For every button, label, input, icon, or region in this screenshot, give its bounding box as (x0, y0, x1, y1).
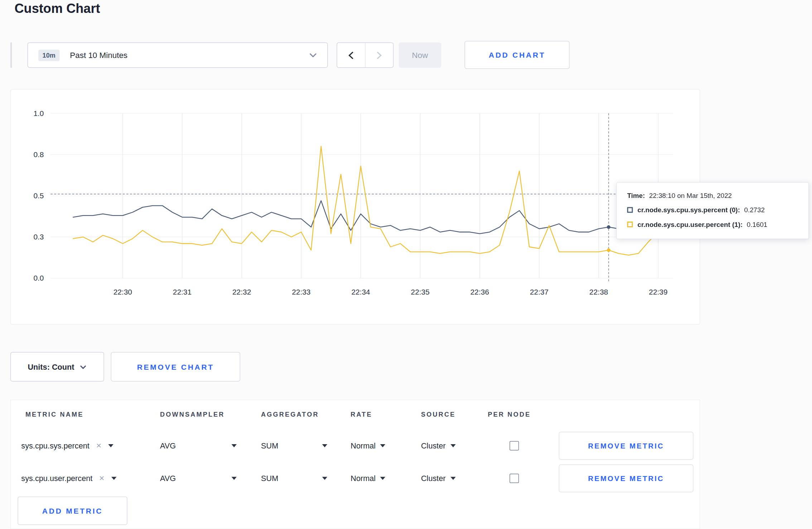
svg-text:0.5: 0.5 (33, 191, 44, 200)
downsampler-value: AVG (160, 441, 176, 450)
svg-text:1.0: 1.0 (33, 109, 44, 117)
rate-select[interactable]: Normal (351, 441, 385, 450)
header-rate: RATE (351, 411, 421, 418)
svg-text:22:34: 22:34 (351, 288, 370, 296)
downsampler-select[interactable]: AVG (160, 474, 237, 482)
svg-text:22:30: 22:30 (113, 288, 132, 296)
header-downsampler: DOWNSAMPLER (160, 411, 261, 418)
rate-select[interactable]: Normal (351, 474, 385, 482)
caret-down-icon (111, 476, 116, 480)
per-node-checkbox[interactable] (509, 474, 519, 483)
svg-text:22:37: 22:37 (530, 288, 548, 296)
custom-chart-page: Custom Chart 10m Past 10 Minutes Now ADD… (0, 0, 812, 529)
tooltip-time-label: Time: (627, 191, 645, 199)
header-aggregator: AGGREGATOR (261, 411, 351, 418)
caret-down-icon (232, 476, 237, 480)
remove-chart-button[interactable]: REMOVE CHART (111, 352, 241, 382)
chevron-right-icon (377, 51, 382, 59)
downsampler-select[interactable]: AVG (160, 441, 237, 450)
metric-name-select[interactable]: sys.cpu.sys.percent × (21, 441, 113, 450)
units-select[interactable]: Units: Count (10, 352, 104, 382)
per-node-checkbox[interactable] (509, 441, 519, 450)
table-row: sys.cpu.sys.percent × AVG SUM N (11, 429, 700, 462)
svg-text:22:32: 22:32 (232, 288, 251, 296)
caret-down-icon (322, 476, 327, 480)
caret-down-icon (322, 444, 327, 447)
sys-series-swatch-icon (627, 207, 633, 213)
aggregator-value: SUM (261, 441, 278, 450)
add-chart-button[interactable]: ADD CHART (464, 41, 570, 69)
chevron-down-icon (309, 53, 317, 58)
aggregator-select[interactable]: SUM (261, 441, 327, 450)
time-range-badge: 10m (38, 49, 59, 61)
tooltip-series-name: cr.node.sys.cpu.user.percent (1): (638, 220, 743, 228)
caret-down-icon (450, 476, 455, 480)
time-range-label: Past 10 Minutes (70, 50, 127, 60)
source-value: Cluster (421, 474, 446, 482)
rate-value: Normal (351, 474, 376, 482)
header-metric-name: METRIC NAME (11, 411, 160, 418)
header-source: SOURCE (421, 411, 488, 418)
tooltip-series-value: 0.2732 (744, 206, 765, 214)
svg-text:22:31: 22:31 (173, 288, 192, 296)
now-button[interactable]: Now (399, 43, 441, 68)
svg-text:0.3: 0.3 (33, 233, 44, 241)
tooltip-series-name: cr.node.sys.cpu.sys.percent (0): (638, 206, 740, 214)
tooltip-time-row: Time: 22:38:10 on Mar 15th, 2022 (627, 191, 798, 199)
svg-text:22:38: 22:38 (589, 288, 608, 296)
add-metric-button[interactable]: ADD METRIC (18, 496, 127, 525)
time-pager (337, 43, 393, 68)
remove-metric-button[interactable]: REMOVE METRIC (559, 464, 693, 492)
clear-metric-icon[interactable]: × (96, 441, 101, 450)
remove-metric-button[interactable]: REMOVE METRIC (559, 432, 693, 460)
svg-text:22:35: 22:35 (411, 288, 430, 296)
aggregator-value: SUM (261, 474, 278, 482)
source-select[interactable]: Cluster (421, 441, 455, 450)
source-select[interactable]: Cluster (421, 474, 455, 482)
svg-text:0.8: 0.8 (33, 150, 44, 159)
page-title: Custom Chart (15, 1, 100, 16)
chart-card: 22:3022:3122:3222:3322:3422:3522:3622:37… (10, 89, 700, 325)
metric-name: sys.cpu.sys.percent (21, 441, 90, 450)
tooltip-time-value: 22:38:10 on Mar 15th, 2022 (649, 191, 732, 199)
svg-text:22:33: 22:33 (292, 288, 310, 296)
previous-range-button[interactable] (337, 43, 365, 67)
caret-down-icon (380, 476, 385, 480)
table-row: sys.cpu.user.percent × AVG SUM (11, 462, 700, 494)
metrics-table: METRIC NAME DOWNSAMPLER AGGREGATOR RATE … (10, 400, 700, 529)
caret-down-icon (380, 444, 385, 447)
chevron-down-icon (80, 365, 87, 369)
toolbar-divider (10, 43, 12, 68)
next-range-button[interactable] (365, 43, 393, 67)
tooltip-series-row: cr.node.sys.cpu.sys.percent (0): 0.2732 (627, 206, 798, 214)
caret-down-icon (108, 444, 113, 447)
svg-text:22:36: 22:36 (470, 288, 489, 296)
timeseries-chart[interactable]: 22:3022:3122:3222:3322:3422:3522:3622:37… (11, 89, 700, 324)
user-series-swatch-icon (627, 222, 633, 227)
clear-metric-icon[interactable]: × (99, 474, 104, 482)
chevron-left-icon (348, 51, 353, 59)
metric-name: sys.cpu.user.percent (21, 474, 92, 482)
header-per-node: PER NODE (488, 411, 548, 418)
metric-name-select[interactable]: sys.cpu.user.percent × (21, 474, 116, 482)
chart-tooltip: Time: 22:38:10 on Mar 15th, 2022 cr.node… (616, 182, 809, 239)
caret-down-icon (450, 444, 455, 447)
tooltip-series-value: 0.1601 (747, 220, 768, 228)
rate-value: Normal (351, 441, 376, 450)
time-range-picker[interactable]: 10m Past 10 Minutes (28, 43, 328, 68)
svg-text:0.0: 0.0 (33, 274, 44, 282)
caret-down-icon (232, 444, 237, 447)
source-value: Cluster (421, 441, 446, 450)
tooltip-series-row: cr.node.sys.cpu.user.percent (1): 0.1601 (627, 220, 798, 228)
aggregator-select[interactable]: SUM (261, 474, 327, 482)
units-label: Units: Count (28, 363, 74, 372)
svg-text:22:39: 22:39 (649, 288, 667, 296)
table-header-row: METRIC NAME DOWNSAMPLER AGGREGATOR RATE … (11, 400, 700, 429)
downsampler-value: AVG (160, 474, 176, 482)
